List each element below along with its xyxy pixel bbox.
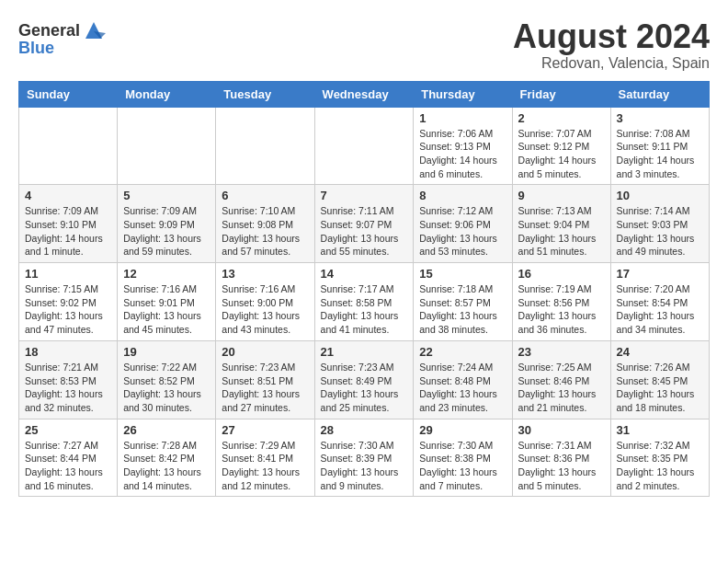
day-number: 12 bbox=[123, 267, 210, 281]
day-number: 10 bbox=[617, 189, 703, 202]
day-info: Sunrise: 7:07 AMSunset: 9:12 PMDaylight:… bbox=[518, 127, 605, 181]
calendar-cell: 17Sunrise: 7:20 AMSunset: 8:54 PMDayligh… bbox=[610, 263, 709, 341]
day-number: 28 bbox=[321, 423, 408, 437]
calendar-cell: 14Sunrise: 7:17 AMSunset: 8:58 PMDayligh… bbox=[314, 263, 414, 341]
calendar-cell: 8Sunrise: 7:12 AMSunset: 9:06 PMDaylight… bbox=[414, 185, 512, 263]
day-number: 20 bbox=[222, 345, 308, 359]
calendar-week-row: 25Sunrise: 7:27 AMSunset: 8:44 PMDayligh… bbox=[19, 419, 710, 497]
weekday-header-friday: Friday bbox=[512, 81, 610, 107]
month-year-title: August 2024 bbox=[513, 18, 710, 55]
day-number: 29 bbox=[419, 423, 506, 437]
day-info: Sunrise: 7:15 AMSunset: 9:02 PMDaylight:… bbox=[25, 282, 111, 337]
day-info: Sunrise: 7:12 AMSunset: 9:06 PMDaylight:… bbox=[419, 204, 506, 259]
calendar-cell: 24Sunrise: 7:26 AMSunset: 8:45 PMDayligh… bbox=[610, 340, 709, 419]
day-number: 30 bbox=[518, 423, 605, 437]
calendar-cell: 18Sunrise: 7:21 AMSunset: 8:53 PMDayligh… bbox=[19, 340, 118, 419]
weekday-header-row: SundayMondayTuesdayWednesdayThursdayFrid… bbox=[19, 81, 710, 107]
calendar-cell: 11Sunrise: 7:15 AMSunset: 9:02 PMDayligh… bbox=[19, 263, 118, 341]
day-number: 23 bbox=[518, 345, 605, 359]
calendar-week-row: 4Sunrise: 7:09 AMSunset: 9:10 PMDaylight… bbox=[19, 185, 710, 263]
calendar-cell: 25Sunrise: 7:27 AMSunset: 8:44 PMDayligh… bbox=[19, 419, 118, 497]
calendar-cell: 22Sunrise: 7:24 AMSunset: 8:48 PMDayligh… bbox=[414, 340, 512, 419]
calendar-cell: 3Sunrise: 7:08 AMSunset: 9:11 PMDaylight… bbox=[610, 107, 709, 185]
day-number: 22 bbox=[419, 345, 506, 359]
calendar-cell: 21Sunrise: 7:23 AMSunset: 8:49 PMDayligh… bbox=[314, 340, 414, 419]
calendar-cell: 28Sunrise: 7:30 AMSunset: 8:39 PMDayligh… bbox=[314, 419, 414, 497]
calendar-cell: 29Sunrise: 7:30 AMSunset: 8:38 PMDayligh… bbox=[414, 419, 512, 497]
calendar-cell: 12Sunrise: 7:16 AMSunset: 9:01 PMDayligh… bbox=[118, 263, 216, 341]
calendar-cell: 13Sunrise: 7:16 AMSunset: 9:00 PMDayligh… bbox=[216, 263, 314, 341]
day-info: Sunrise: 7:18 AMSunset: 8:57 PMDaylight:… bbox=[419, 282, 506, 337]
calendar-cell bbox=[19, 107, 118, 185]
day-info: Sunrise: 7:06 AMSunset: 9:13 PMDaylight:… bbox=[419, 127, 506, 181]
calendar-week-row: 18Sunrise: 7:21 AMSunset: 8:53 PMDayligh… bbox=[19, 340, 710, 419]
day-info: Sunrise: 7:32 AMSunset: 8:35 PMDaylight:… bbox=[617, 439, 703, 493]
day-number: 9 bbox=[518, 189, 605, 202]
day-number: 13 bbox=[222, 267, 308, 281]
calendar-cell: 19Sunrise: 7:22 AMSunset: 8:52 PMDayligh… bbox=[118, 340, 216, 419]
day-info: Sunrise: 7:11 AMSunset: 9:07 PMDaylight:… bbox=[321, 204, 408, 259]
location-label: Redovan, Valencia, Spain bbox=[513, 55, 710, 72]
day-info: Sunrise: 7:21 AMSunset: 8:53 PMDaylight:… bbox=[25, 361, 111, 415]
day-number: 21 bbox=[321, 345, 408, 359]
day-number: 27 bbox=[222, 423, 308, 437]
day-info: Sunrise: 7:10 AMSunset: 9:08 PMDaylight:… bbox=[222, 204, 308, 259]
calendar-cell: 1Sunrise: 7:06 AMSunset: 9:13 PMDaylight… bbox=[414, 107, 512, 185]
day-number: 25 bbox=[25, 423, 111, 437]
day-number: 2 bbox=[518, 111, 605, 125]
day-info: Sunrise: 7:24 AMSunset: 8:48 PMDaylight:… bbox=[419, 361, 506, 415]
day-number: 26 bbox=[123, 423, 210, 437]
weekday-header-tuesday: Tuesday bbox=[216, 81, 314, 107]
day-info: Sunrise: 7:27 AMSunset: 8:44 PMDaylight:… bbox=[25, 439, 111, 493]
calendar-cell: 5Sunrise: 7:09 AMSunset: 9:09 PMDaylight… bbox=[118, 185, 216, 263]
day-info: Sunrise: 7:30 AMSunset: 8:38 PMDaylight:… bbox=[419, 439, 506, 493]
day-number: 8 bbox=[419, 189, 506, 202]
day-info: Sunrise: 7:14 AMSunset: 9:03 PMDaylight:… bbox=[617, 204, 703, 259]
weekday-header-thursday: Thursday bbox=[414, 81, 512, 107]
day-info: Sunrise: 7:29 AMSunset: 8:41 PMDaylight:… bbox=[222, 439, 308, 493]
title-block: August 2024 Redovan, Valencia, Spain bbox=[513, 18, 710, 72]
weekday-header-saturday: Saturday bbox=[610, 81, 709, 107]
day-info: Sunrise: 7:31 AMSunset: 8:36 PMDaylight:… bbox=[518, 439, 605, 493]
calendar-table: SundayMondayTuesdayWednesdayThursdayFrid… bbox=[18, 81, 710, 498]
day-info: Sunrise: 7:22 AMSunset: 8:52 PMDaylight:… bbox=[123, 361, 210, 415]
calendar-cell: 27Sunrise: 7:29 AMSunset: 8:41 PMDayligh… bbox=[216, 419, 314, 497]
day-info: Sunrise: 7:13 AMSunset: 9:04 PMDaylight:… bbox=[518, 204, 605, 259]
weekday-header-monday: Monday bbox=[118, 81, 216, 107]
calendar-cell: 16Sunrise: 7:19 AMSunset: 8:56 PMDayligh… bbox=[512, 263, 610, 341]
calendar-cell: 31Sunrise: 7:32 AMSunset: 8:35 PMDayligh… bbox=[610, 419, 709, 497]
calendar-cell: 7Sunrise: 7:11 AMSunset: 9:07 PMDaylight… bbox=[314, 185, 414, 263]
calendar-cell: 23Sunrise: 7:25 AMSunset: 8:46 PMDayligh… bbox=[512, 340, 610, 419]
day-info: Sunrise: 7:19 AMSunset: 8:56 PMDaylight:… bbox=[518, 282, 605, 337]
day-info: Sunrise: 7:20 AMSunset: 8:54 PMDaylight:… bbox=[617, 282, 703, 337]
day-number: 6 bbox=[222, 189, 308, 202]
weekday-header-wednesday: Wednesday bbox=[314, 81, 414, 107]
day-number: 11 bbox=[25, 267, 111, 281]
calendar-cell: 26Sunrise: 7:28 AMSunset: 8:42 PMDayligh… bbox=[118, 419, 216, 497]
logo-blue: Blue bbox=[18, 39, 54, 58]
calendar-week-row: 11Sunrise: 7:15 AMSunset: 9:02 PMDayligh… bbox=[19, 263, 710, 341]
day-info: Sunrise: 7:25 AMSunset: 8:46 PMDaylight:… bbox=[518, 361, 605, 415]
day-number: 16 bbox=[518, 267, 605, 281]
day-number: 18 bbox=[25, 345, 111, 359]
day-number: 24 bbox=[617, 345, 703, 359]
day-info: Sunrise: 7:09 AMSunset: 9:09 PMDaylight:… bbox=[123, 204, 210, 259]
header: General Blue August 2024 Redovan, Valenc… bbox=[18, 18, 710, 72]
logo-general: General bbox=[18, 21, 80, 40]
calendar-cell: 15Sunrise: 7:18 AMSunset: 8:57 PMDayligh… bbox=[414, 263, 512, 341]
weekday-header-sunday: Sunday bbox=[19, 81, 118, 107]
calendar-cell: 20Sunrise: 7:23 AMSunset: 8:51 PMDayligh… bbox=[216, 340, 314, 419]
day-number: 17 bbox=[617, 267, 703, 281]
day-info: Sunrise: 7:28 AMSunset: 8:42 PMDaylight:… bbox=[123, 439, 210, 493]
day-number: 4 bbox=[25, 189, 111, 202]
day-number: 31 bbox=[617, 423, 703, 437]
day-info: Sunrise: 7:23 AMSunset: 8:51 PMDaylight:… bbox=[222, 361, 308, 415]
day-number: 1 bbox=[419, 111, 506, 125]
calendar-cell bbox=[314, 107, 414, 185]
calendar-cell: 4Sunrise: 7:09 AMSunset: 9:10 PMDaylight… bbox=[19, 185, 118, 263]
day-number: 15 bbox=[419, 267, 506, 281]
day-info: Sunrise: 7:17 AMSunset: 8:58 PMDaylight:… bbox=[321, 282, 408, 337]
calendar-week-row: 1Sunrise: 7:06 AMSunset: 9:13 PMDaylight… bbox=[19, 107, 710, 185]
day-info: Sunrise: 7:09 AMSunset: 9:10 PMDaylight:… bbox=[25, 204, 111, 259]
day-info: Sunrise: 7:30 AMSunset: 8:39 PMDaylight:… bbox=[321, 439, 408, 493]
